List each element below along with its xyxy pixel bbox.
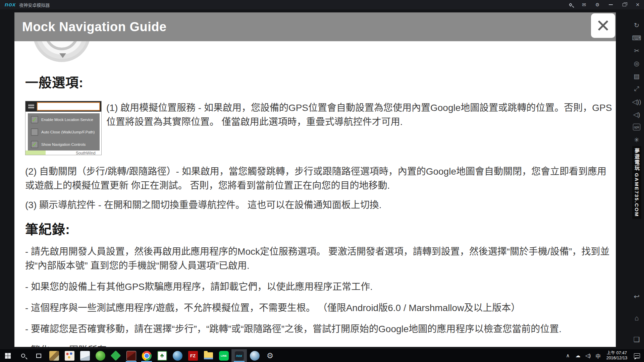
notepad-app-icon [80,351,90,361]
nox-app-icon: nox [234,351,244,361]
compass-arrow-icon [59,53,66,58]
virtual-keyboard-icon[interactable]: ⌨ [630,32,643,44]
screenshot-scissors-icon[interactable]: ✂ [630,44,643,57]
minimize-button[interactable] [606,1,615,8]
taskbar-clock[interactable]: 上午 07:47 2016/12/13 [604,351,630,361]
recent-apps-icon[interactable]: ❏ [630,333,643,346]
screenshot-options-panel: ✓ Enable Mock Location Service Auto Clos… [28,113,100,151]
paragraph-2: (2) 自動關閉（步行/跳轉/跟隨路徑）- 如果啟用，當您觸發跳轉，步行或跟隨路… [25,165,612,193]
taskbar-app-chrome[interactable] [139,349,154,362]
mock-location-icon[interactable]: ◎ [630,57,643,70]
checkbox-row: Auto Close (Walk/Jump/F.Path) [28,126,100,138]
checkbox-row: ✓ Enable Mock Location Service [28,113,100,126]
system-tray: ∧ ☁ ◁) 中 上午 07:47 2016/12/13 [564,349,644,362]
gear-icon: ⚙ [265,351,275,361]
taskbar-app-sphere[interactable] [247,349,262,362]
home-icon[interactable]: ⌂ [630,312,643,324]
fullscreen-icon[interactable]: ⤢ [630,82,643,95]
task-view-icon [36,354,41,358]
action-center-button[interactable] [631,349,643,362]
sphere-app-icon [250,351,260,361]
note-item: - 這個程序與一些測試應用程序/遊戲，不允許模擬位置，不需要生根。 （僅限And… [25,301,612,315]
taskbar-app-idm[interactable] [93,349,108,362]
search-icon [21,354,25,358]
paint-app-icon [65,351,74,361]
windows-taskbar: ♣ FZ LINE nox ⚙ ∧ ☁ ◁) 中 上午 07:47 2016/1… [0,349,644,362]
clock-date: 2016/12/13 [604,356,630,361]
dialog-body: 一般選項: ✓ Enable Mock Location Service [14,41,616,347]
rotate-device-icon[interactable]: ↻ [630,19,643,32]
titlebar-controls: ✉ ⚙ ✕ [566,0,642,9]
taskbar-app-game[interactable] [123,349,139,362]
dialog-close-button[interactable]: ✕ [591,13,615,38]
clock-time: 上午 07:47 [604,351,630,356]
download-manager-icon [96,351,105,361]
checkbox-checked-icon: ✓ [31,116,38,123]
shake-icon[interactable]: ✳ [630,133,643,146]
onedrive-cloud-icon[interactable]: ☁ [574,349,582,362]
dialog-title: Mock Navigation Guide [22,20,167,34]
tray-chevron-up-icon[interactable]: ∧ [564,349,572,362]
volume-down-icon[interactable]: ◁) [630,108,643,121]
taskbar-app-line[interactable]: LINE [216,349,231,362]
dialog-header: Mock Navigation Guide ✕ [14,12,616,41]
nox-logo: nox [5,1,16,8]
checkbox-row: ✓ Show Navigation Controls [28,138,100,150]
android-nav-buttons: ↩ ⌂ ❏ [629,290,644,346]
app-settings-screenshot: ✓ Enable Mock Location Service Auto Clos… [25,101,102,155]
script-record-icon[interactable]: ▤ [630,70,643,82]
green-diamond-app-icon [110,350,121,361]
note-item: - 請先啟用開發人員設置，然後再啟用此應用程序的Mock定位服務選項。 要激活開… [25,245,612,273]
note-item: - 如果您的設備上有其他GPS欺騙應用程序，請卸載它們，以使此應用程序正常工作. [25,280,612,294]
watermark-text: 夢遊電玩 GAME735.COM [632,146,641,219]
maximize-button[interactable] [620,1,629,8]
nox-titlebar: nox 夜神安卓模拟器 ✉ ⚙ ✕ [0,0,644,9]
taskbar-app-green-diamond[interactable] [108,349,123,362]
window-title: 夜神安卓模拟器 [19,2,50,8]
feedback-mail-icon[interactable]: ✉ [580,1,588,8]
taskbar-search-button[interactable] [15,349,31,362]
close-window-button[interactable]: ✕ [633,1,642,8]
task-view-button[interactable] [31,349,46,362]
tree-app-icon: ♣ [157,351,167,361]
taskbar-app-blue-ball[interactable] [170,349,185,362]
taskbar-app-settings[interactable]: ⚙ [262,349,278,362]
blue-ball-app-icon [173,351,182,361]
photos-app-icon [49,351,59,361]
note-item: - 要確認您是否確實移動，請在選擇“步行”，“跳轉”或“跟隨路徑”之後，嘗試打開… [25,322,612,336]
line-app-icon: LINE [219,351,229,361]
general-options-heading: 一般選項: [25,72,612,91]
volume-up-icon[interactable]: ◁)) [630,95,643,108]
taskbar-app-notepad[interactable] [77,349,93,362]
paragraph-3: (3) 顯示導航控件 - 在開和關之間切換重疊導航控件。 這也可以在設備通知面板… [25,198,612,212]
ime-indicator[interactable]: 中 [594,349,602,362]
mock-navigation-guide-dialog: Mock Navigation Guide ✕ 一般選項: [14,12,616,347]
taskbar-app-photos[interactable] [46,349,62,362]
checkbox-checked-icon: ✓ [31,141,38,148]
compass-graphic [33,41,93,63]
screenshot-topbar [25,101,101,112]
desktop: nox 夜神安卓模拟器 ✉ ⚙ ✕ Mock Navigation Guide … [0,0,644,362]
map-green-area [25,150,46,155]
install-apk-icon[interactable]: apk [633,124,640,130]
action-center-icon [634,353,640,358]
screenshot-map-strip: SouthWind [25,150,102,155]
pin-on-top-icon[interactable] [566,1,575,8]
taskbar-app-filezilla[interactable]: FZ [185,349,201,362]
hamburger-menu-icon [27,103,35,110]
taskbar-app-nox[interactable]: nox [231,349,247,362]
emulator-screen: Mock Navigation Guide ✕ 一般選項: [0,9,644,349]
start-button[interactable] [0,349,15,362]
taskbar-app-explorer[interactable] [201,349,216,362]
taskbar-app-paint[interactable] [62,349,77,362]
taskbar-app-tree[interactable]: ♣ [154,349,170,362]
paragraph-1: (1) 啟用模擬位置服務 - 如果啟用，您設備的GPS位置會自動設置為您使用內置… [106,101,612,129]
windows-logo-icon [5,353,11,359]
volume-tray-icon[interactable]: ◁) [584,349,592,362]
game-app-icon [126,351,136,361]
back-icon[interactable]: ↩ [630,290,643,303]
settings-gear-icon[interactable]: ⚙ [593,1,602,8]
chrome-icon [142,351,152,361]
file-explorer-icon [204,352,213,359]
checkbox-unchecked-icon [31,128,38,136]
